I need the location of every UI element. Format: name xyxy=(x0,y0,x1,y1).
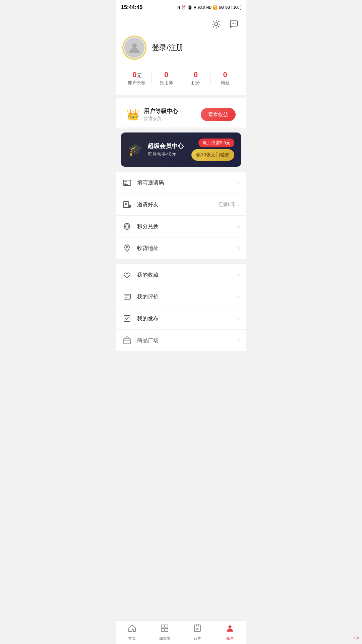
super-member-banner[interactable]: 🎓 超级会员中心 每月领券40元 每月仅需9.9元 领10张无门槛券 xyxy=(121,132,241,167)
menu-item-publish[interactable]: 我的发布 › xyxy=(116,308,246,330)
svg-point-3 xyxy=(235,23,236,24)
stat-points[interactable]: 0 积分 xyxy=(181,70,210,86)
membership-title: 用户等级中心 xyxy=(144,107,178,115)
profile-row[interactable]: 登录/注册 xyxy=(122,36,240,60)
login-register-text[interactable]: 登录/注册 xyxy=(152,43,183,53)
super-member-subtitle: 每月领券40元 xyxy=(147,151,184,157)
stat-coupon-label: 抵用券 xyxy=(160,80,173,86)
home-icon xyxy=(128,624,136,635)
membership-subtitle: 普通会员 xyxy=(144,116,178,122)
arrow-points-exchange: › xyxy=(238,223,240,229)
crown-icon: 👑 xyxy=(126,108,140,121)
stat-points-value: 0 xyxy=(194,70,198,79)
status-bar: 15:44:45 N ⏰ 📳 ✱ 93.0 HD 🛜 5G 5G 100 xyxy=(116,0,246,15)
svg-rect-22 xyxy=(124,339,130,344)
menu-item-business[interactable]: 商品广场 › xyxy=(116,330,246,351)
get-coupon-button[interactable]: 领10张无门槛券 xyxy=(191,149,234,161)
nav-item-home[interactable]: 首页 xyxy=(116,621,148,644)
svg-point-4 xyxy=(132,43,137,48)
super-member-info: 超级会员中心 每月领券40元 xyxy=(147,142,184,157)
svg-rect-24 xyxy=(161,625,164,628)
stat-fans[interactable]: 0 粉丝 xyxy=(210,70,240,86)
status-icons: N ⏰ 📳 ✱ 93.0 HD 🛜 5G 5G 100 xyxy=(177,5,241,10)
arrow-business: › xyxy=(238,337,240,343)
menu-item-invite-code[interactable]: 填写邀请码 › xyxy=(116,172,246,194)
arrow-publish: › xyxy=(238,316,240,322)
business-icon xyxy=(122,336,132,345)
menu-label-address: 收货地址 xyxy=(137,245,238,252)
svg-rect-25 xyxy=(165,625,168,628)
arrow-favorites: › xyxy=(238,272,240,278)
arrow-address: › xyxy=(238,245,240,251)
person-icon xyxy=(127,41,141,55)
order-icon xyxy=(193,624,202,635)
svg-rect-26 xyxy=(161,629,164,632)
stats-row: 0元 账户余额 0 抵用券 0 积分 0 粉丝 xyxy=(122,68,240,89)
stat-coupon-value: 0 xyxy=(164,70,168,79)
svg-point-0 xyxy=(215,23,218,26)
nav-item-account[interactable]: 账户 xyxy=(214,621,247,644)
menu-label-invite-friend: 邀请好友 xyxy=(137,201,219,208)
super-member-title: 超级会员中心 xyxy=(147,142,184,150)
stat-coupon[interactable]: 0 抵用券 xyxy=(152,70,181,86)
menu-label-business: 商品广场 xyxy=(137,337,238,344)
svg-point-2 xyxy=(233,23,234,24)
menu-item-points-exchange[interactable]: 积分兑换 › xyxy=(116,216,246,237)
graduation-cap-icon: 🎓 xyxy=(128,143,143,157)
menu-item-invite-friend[interactable]: 邀请好友 已赚0元 › xyxy=(116,194,246,216)
nav-label-city-circle: 城市圈 xyxy=(159,636,170,641)
menu-label-publish: 我的发布 xyxy=(137,315,238,322)
membership-card: 👑 用户等级中心 普通会员 查看收益 xyxy=(121,102,241,127)
avatar[interactable] xyxy=(122,36,146,60)
reviews-icon xyxy=(122,292,132,302)
avatar-placeholder xyxy=(124,38,144,58)
nav-item-city-circle[interactable]: 城市圈 xyxy=(148,621,181,644)
header-actions xyxy=(122,18,240,30)
menu-extra-invite-friend: 已赚0元 xyxy=(219,202,235,208)
membership-left: 👑 用户等级中心 普通会员 xyxy=(126,107,178,122)
svg-point-29 xyxy=(229,626,232,629)
super-member-right: 每月仅需9.9元 领10张无门槛券 xyxy=(191,139,234,161)
invite-friend-icon xyxy=(122,200,132,209)
arrow-reviews: › xyxy=(238,294,240,300)
stat-balance-value: 0元 xyxy=(132,70,141,79)
arrow-invite-code: › xyxy=(238,180,240,186)
stat-balance[interactable]: 0元 账户余额 xyxy=(122,70,152,86)
membership-info: 用户等级中心 普通会员 xyxy=(144,107,178,122)
menu-section-2: 我的收藏 › 我的评价 › xyxy=(116,264,246,351)
view-earnings-button[interactable]: 查看收益 xyxy=(201,108,236,121)
nav-label-order: 订单 xyxy=(194,636,201,641)
status-time: 15:44:45 xyxy=(121,4,142,10)
membership-section: 👑 用户等级中心 普通会员 查看收益 xyxy=(116,98,246,128)
nav-label-account: 账户 xyxy=(226,636,234,641)
svg-rect-27 xyxy=(165,629,168,632)
publish-icon xyxy=(122,314,132,323)
super-member-left: 🎓 超级会员中心 每月领券40元 xyxy=(128,142,184,157)
address-icon xyxy=(122,244,132,253)
invite-code-icon xyxy=(122,178,132,187)
arrow-invite-friend: › xyxy=(238,202,240,208)
svg-point-17 xyxy=(126,247,128,248)
gear-icon xyxy=(212,19,221,29)
settings-button[interactable] xyxy=(210,18,222,30)
stat-balance-label: 账户余额 xyxy=(128,80,145,86)
stat-points-label: 积分 xyxy=(191,80,200,86)
nav-item-order[interactable]: 订单 xyxy=(181,621,214,644)
menu-section-1: 填写邀请码 › 邀请好友 已赚0元 › xyxy=(116,172,246,259)
svg-point-1 xyxy=(232,23,233,24)
message-button[interactable] xyxy=(228,18,240,30)
stat-fans-value: 0 xyxy=(223,70,227,79)
favorites-icon xyxy=(122,270,132,280)
price-badge: 每月仅需9.9元 xyxy=(198,139,234,147)
city-circle-icon xyxy=(160,624,169,635)
menu-label-points-exchange: 积分兑换 xyxy=(137,223,238,230)
svg-point-12 xyxy=(125,225,129,228)
stat-fans-label: 粉丝 xyxy=(221,80,230,86)
menu-item-address[interactable]: 收货地址 › xyxy=(116,237,246,259)
message-icon xyxy=(229,19,238,29)
bottom-nav: 首页 城市圈 订单 xyxy=(116,621,246,644)
menu-item-favorites[interactable]: 我的收藏 › xyxy=(116,264,246,286)
menu-item-reviews[interactable]: 我的评价 › xyxy=(116,286,246,308)
points-exchange-icon xyxy=(122,222,132,231)
profile-header: 登录/注册 0元 账户余额 0 抵用券 0 积分 0 粉丝 xyxy=(116,15,246,95)
